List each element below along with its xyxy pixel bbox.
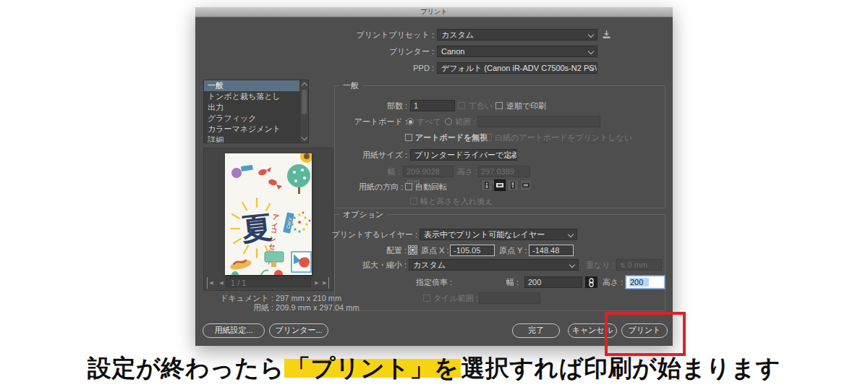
preview-page[interactable]: 夏 アイコンセット Color <box>225 153 312 275</box>
print-layers-value: 表示中でプリント可能なレイヤー <box>424 230 545 239</box>
print-layers-label: プリントするレイヤー : <box>273 229 417 240</box>
orientation-label: 用紙の方向 : <box>263 181 403 192</box>
page-indicator: 1 / 1 <box>226 278 311 287</box>
auto-rotate-label: 自動回転 <box>415 181 447 192</box>
paper-size-value: プリンタードライバーで定義 <box>414 151 517 159</box>
auto-rotate-checkbox[interactable] <box>405 183 412 190</box>
document-size-label: ドキュメント : <box>207 294 273 303</box>
tile-range-checkbox <box>423 294 430 302</box>
scale-select[interactable]: カスタム <box>409 259 579 271</box>
annotation-highlight-rectangle <box>605 312 686 356</box>
page-navigator: ◀ ◀ 1 / 1 ▶ ▶ <box>204 277 333 289</box>
placement-label: 配置 : <box>334 245 407 256</box>
print-dialog: プリント プリントプリセット : カスタム プリンター : Canon PPD … <box>195 7 673 346</box>
overlap-input: ⇅0 mm <box>616 259 662 271</box>
scroll-down-icon[interactable] <box>301 135 307 140</box>
artboard-label: アートボード : <box>263 116 407 127</box>
dialog-title: プリント <box>421 8 448 15</box>
copies-label: 部数 : <box>263 100 407 111</box>
ignore-artboards-checkbox[interactable] <box>405 134 412 141</box>
artboard-range-input <box>477 116 600 127</box>
print-preview-panel: 夏 アイコンセット Color <box>203 148 333 291</box>
orientation-portrait-reverse-icon[interactable] <box>507 179 519 191</box>
swap-wh-label: 幅と高さを入れ換え <box>420 195 493 207</box>
skip-blank-checkbox <box>485 134 492 141</box>
origin-x-label: 原点 X : <box>421 245 449 256</box>
caption-pre: 設定が終わったら <box>88 355 284 381</box>
tile-range-input <box>479 292 540 304</box>
link-icon[interactable] <box>585 276 597 288</box>
ignore-artboards-label: アートボードを無視 <box>415 132 488 143</box>
origin-y-input[interactable]: -148.48 mm <box>529 245 574 256</box>
paper-width-input: 209.9028 mm <box>403 166 454 177</box>
collate-label: 丁合い <box>469 100 493 111</box>
chevron-down-icon <box>588 48 594 54</box>
save-preset-icon[interactable] <box>602 30 611 39</box>
overlap-label: 重なり : <box>586 259 615 271</box>
first-page-icon[interactable]: ◀ <box>207 277 215 289</box>
artboard-all-radio[interactable] <box>407 118 414 125</box>
paper-size-info-label: 用紙 : <box>207 303 273 313</box>
paper-width-label: 幅 : <box>328 166 400 177</box>
artwork-illustration: 夏 アイコンセット Color <box>225 153 312 275</box>
general-section-header: 一般 <box>339 80 362 91</box>
caption-text: 設定が終わったら「プリント」を選択すれば印刷が始まります <box>0 352 868 385</box>
rate-width-input[interactable]: 200 <box>524 276 582 288</box>
last-page-icon[interactable]: ▶ <box>321 277 329 289</box>
stepper-icon: ⇅ <box>620 262 626 269</box>
chevron-down-icon <box>569 262 575 268</box>
reverse-print-checkbox[interactable] <box>495 102 503 109</box>
paper-height-input: 297.0389 mm <box>477 166 530 177</box>
paper-height-label: 高さ : <box>457 166 477 177</box>
scale-value: カスタム <box>413 260 446 269</box>
prev-page-icon[interactable]: ◀ <box>217 277 226 289</box>
origin-x-input[interactable]: -105.05 mm <box>450 245 495 256</box>
document-size-value: 297 mm x 210 mm <box>276 294 341 302</box>
preset-label: プリントプリセット : <box>239 29 434 41</box>
document-size-info: ドキュメント : 297 mm x 210 mm <box>207 294 341 303</box>
sidebar-item-general[interactable]: 一般 <box>204 80 308 91</box>
artboard-range-radio[interactable] <box>445 118 452 125</box>
next-page-icon[interactable]: ▶ <box>312 277 321 289</box>
artboard-all-label: すべて <box>417 116 441 127</box>
done-button[interactable]: 完了 <box>512 323 560 338</box>
rate-height-label: 高さ : <box>603 276 623 288</box>
dialog-titlebar[interactable]: プリント <box>195 7 673 17</box>
chevron-down-icon <box>588 32 594 38</box>
ppd-select[interactable]: デフォルト (Canon iR-ADV C7500s-N2 PSV1.0) <box>437 62 597 74</box>
ppd-value: デフォルト (Canon iR-ADV C7500s-N2 PSV1.0) <box>441 64 597 72</box>
printer-label: プリンター : <box>239 46 434 57</box>
orientation-portrait-icon[interactable] <box>481 179 493 191</box>
preset-value: カスタム <box>441 30 474 39</box>
printer-setup-button[interactable]: プリンター... <box>269 323 328 338</box>
rate-height-input[interactable]: 200 <box>626 276 664 288</box>
reverse-print-label: 逆順で印刷 <box>506 100 546 111</box>
sidebar-item-advanced[interactable]: 詳細 <box>204 135 308 143</box>
artboard-range-label: 範囲 : <box>455 116 475 127</box>
chevron-down-icon <box>568 232 574 237</box>
printer-select[interactable]: Canon <box>437 46 597 57</box>
paper-size-select[interactable]: プリンタードライバーで定義 <box>410 149 517 161</box>
orientation-landscape-reverse-icon[interactable] <box>520 179 532 191</box>
settings-category-list: 一般 トンボと裁ち落とし 出力 グラフィック カラーマネジメント 詳細 <box>203 80 309 143</box>
placement-grid-icon[interactable] <box>408 245 417 255</box>
origin-y-label: 原点 Y : <box>499 245 527 256</box>
scale-rate-label: 指定倍率 : <box>416 276 452 288</box>
print-layers-select[interactable]: 表示中でプリント可能なレイヤー <box>420 229 577 240</box>
printer-value: Canon <box>441 47 464 56</box>
paper-size-label: 用紙サイズ : <box>263 149 407 161</box>
preset-select[interactable]: カスタム <box>437 29 597 41</box>
collate-checkbox <box>458 102 465 109</box>
scale-label: 拡大・縮小 : <box>334 259 407 271</box>
paper-setup-button[interactable]: 用紙設定... <box>203 323 265 338</box>
scroll-up-icon[interactable] <box>301 82 307 88</box>
rate-width-label: 幅 : <box>506 276 519 288</box>
list-scrollbar[interactable] <box>299 80 308 143</box>
swap-wh-checkbox <box>410 198 417 205</box>
tile-range-label: タイル範囲 : <box>433 292 478 304</box>
options-section-header: オプション <box>339 209 387 220</box>
orientation-landscape-icon[interactable] <box>494 179 506 191</box>
copies-input[interactable]: 1 <box>410 100 455 111</box>
caption-highlighted: 「プリント」を <box>284 355 461 381</box>
rate-height-value: 200 <box>629 278 649 287</box>
